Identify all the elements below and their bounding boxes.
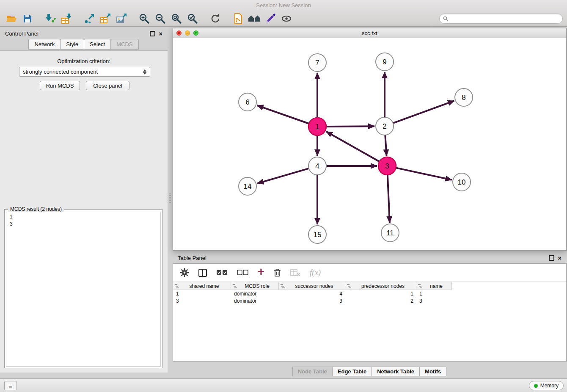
table-settings-button[interactable] (180, 268, 189, 277)
import-table-icon (61, 13, 72, 24)
add-column-button[interactable]: + (258, 266, 264, 278)
close-table-panel-icon[interactable]: × (558, 255, 561, 261)
delete-column-button[interactable] (274, 268, 281, 277)
deselect-all-button[interactable] (237, 270, 248, 276)
import-table-button[interactable] (58, 12, 74, 25)
memory-label: Memory (540, 383, 559, 389)
import-network-icon (45, 13, 56, 24)
table-panel-header: Table Panel × (173, 252, 567, 263)
node-15[interactable]: 15 (308, 226, 326, 243)
table-row[interactable]: 1dominator411 (173, 290, 566, 297)
tab-edge-table[interactable]: Edge Table (332, 367, 372, 376)
column-header-name[interactable]: name (416, 282, 452, 290)
node-label: 3 (385, 162, 389, 170)
open-network-file-button[interactable] (230, 12, 246, 25)
refresh-view-button[interactable] (207, 12, 223, 25)
node-9[interactable]: 9 (376, 53, 394, 71)
node-label: 10 (458, 178, 466, 186)
node-4[interactable]: 4 (308, 157, 326, 175)
edge-3-11[interactable] (388, 175, 390, 223)
float-table-panel-icon[interactable] (549, 255, 554, 261)
memory-button[interactable]: Memory (529, 381, 564, 390)
node-7[interactable]: 7 (308, 54, 326, 72)
cell-predecessor-nodes: 1 (345, 290, 416, 297)
zoom-fit-button[interactable] (168, 12, 184, 25)
tab-style[interactable]: Style (60, 39, 84, 50)
node-table-header: shared nameMCDS rolesuccessor nodesprede… (173, 282, 566, 290)
criterion-dropdown[interactable]: strongly connected component (19, 67, 150, 77)
style-brush-icon (265, 13, 276, 24)
node-3[interactable]: 3 (378, 157, 396, 175)
float-panel-icon[interactable] (150, 31, 155, 36)
run-mcds-button[interactable]: Run MCDS (40, 81, 80, 90)
tab-mcds[interactable]: MCDS (110, 39, 138, 50)
tab-network[interactable]: Network (28, 39, 61, 50)
sort-icon (347, 284, 352, 288)
select-all-button[interactable] (216, 270, 228, 276)
window-titlebar[interactable]: Session: New Session (0, 0, 567, 11)
column-header-successor-nodes[interactable]: successor nodes (279, 282, 345, 290)
node-11[interactable]: 11 (381, 224, 399, 242)
export-network-button[interactable] (81, 12, 97, 25)
tab-motifs[interactable]: Motifs (419, 367, 446, 376)
mcds-panel: Optimization criterion: strongly connect… (0, 50, 168, 373)
open-folder-icon (6, 13, 17, 24)
close-panel-icon[interactable]: × (159, 30, 162, 37)
edge-2-8[interactable] (393, 101, 454, 123)
network-window-titlebar[interactable]: scc.txt × − + (173, 28, 566, 38)
window-minimize-button[interactable]: − (185, 30, 190, 36)
edge-1-2[interactable] (326, 126, 374, 127)
task-history-button[interactable]: ≡ (4, 381, 17, 390)
search-input[interactable] (451, 15, 559, 22)
edge-1-6[interactable] (257, 105, 309, 124)
table-row[interactable]: 3dominator323 (173, 297, 566, 304)
column-header-mcds-role[interactable]: MCDS role (231, 282, 279, 290)
export-table-button[interactable] (97, 12, 113, 25)
node-6[interactable]: 6 (239, 93, 256, 111)
zoom-in-button[interactable] (136, 12, 152, 25)
import-network-button[interactable] (42, 12, 58, 25)
dropdown-arrows-icon (143, 69, 146, 75)
edge-3-1[interactable] (326, 132, 380, 162)
column-header-label: MCDS role (237, 283, 277, 289)
tab-node-table[interactable]: Node Table (292, 367, 333, 376)
edge-3-10[interactable] (396, 168, 452, 180)
export-image-button[interactable] (113, 12, 129, 25)
apply-style-button[interactable] (262, 12, 278, 25)
tab-select[interactable]: Select (84, 39, 111, 50)
node-8[interactable]: 8 (455, 88, 473, 106)
column-header-shared-name[interactable]: shared name (173, 282, 231, 290)
sort-icon (418, 284, 423, 288)
node-1[interactable]: 1 (308, 118, 326, 135)
tab-network-table[interactable]: Network Table (372, 367, 420, 376)
node-10[interactable]: 10 (453, 173, 471, 191)
zoom-selected-button[interactable] (184, 12, 201, 25)
checked-boxes-icon (216, 270, 228, 276)
edge-2-3[interactable] (385, 135, 386, 156)
delete-table-icon (290, 269, 300, 276)
window-zoom-button[interactable]: + (193, 30, 198, 36)
search-field[interactable] (439, 14, 563, 24)
zoom-out-button[interactable] (152, 12, 168, 25)
main-toolbar (3, 11, 432, 26)
node-14[interactable]: 14 (239, 177, 256, 195)
network-graph[interactable]: 7968124314101511 (173, 38, 566, 251)
column-header-predecessor-nodes[interactable]: predecessor nodes (345, 282, 416, 290)
node-label: 6 (245, 98, 249, 106)
open-session-button[interactable] (3, 12, 19, 25)
edge-4-14[interactable] (257, 168, 309, 183)
mcds-result-box: MCDS result (2 nodes) 13 (4, 209, 162, 368)
save-session-button[interactable] (19, 12, 36, 25)
ndex-browse-button[interactable] (246, 12, 262, 25)
node-2[interactable]: 2 (376, 117, 394, 135)
gear-icon (180, 268, 189, 277)
application-window: Session: New Session (0, 0, 567, 392)
trash-icon (274, 268, 281, 277)
window-close-button[interactable]: × (176, 30, 182, 36)
show-column-panel-button[interactable] (198, 269, 207, 277)
show-graphics-button[interactable] (278, 12, 295, 25)
result-value: 3 (10, 221, 157, 228)
close-panel-button[interactable]: Close panel (86, 81, 129, 90)
mcds-result-values[interactable]: 13 (6, 212, 161, 367)
panel-divider-grip[interactable] (169, 193, 171, 203)
